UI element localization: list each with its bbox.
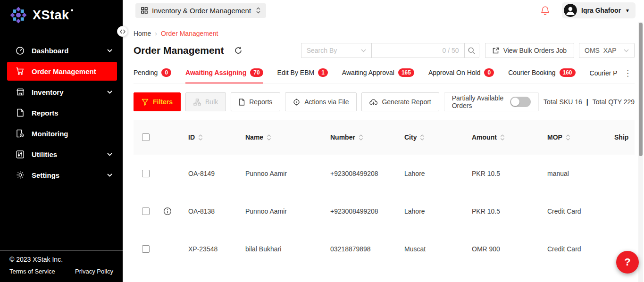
cart-icon	[16, 67, 25, 75]
tab-badge: 165	[398, 68, 414, 77]
table-row[interactable]: OA-8138 Punnoo Aamir +923008499208 Lahor…	[134, 192, 635, 230]
sidebar-footer: © 2023 XStak Inc. Terms of Service Priva…	[0, 250, 123, 282]
cell-mop: manual	[540, 170, 607, 177]
cell-name: bilal Bukhari	[238, 245, 323, 253]
page-title: Order Management	[134, 45, 224, 56]
sort-icon	[566, 134, 570, 141]
total-qty: Total QTY 229	[593, 98, 635, 106]
sidebar-nav: Dashboard Order Management Inventory	[0, 40, 123, 185]
tab-awaiting-approval[interactable]: Awaiting Approval 165	[342, 66, 414, 83]
bulk-button[interactable]: Bulk	[185, 92, 226, 111]
partially-available-label: Partially Available Orders	[452, 94, 504, 109]
actions-toolbar: Filters Bulk Reports Actions via File	[134, 92, 635, 111]
tab-pending[interactable]: Pending 0	[134, 66, 171, 83]
terms-of-service-link[interactable]: Terms of Service	[9, 268, 55, 275]
tab-awaiting-assigning[interactable]: Awaiting Assigning 70	[185, 66, 263, 83]
sidebar-item-dashboard[interactable]: Dashboard	[0, 40, 123, 61]
sidebar-collapse-button[interactable]	[117, 26, 128, 37]
generate-report-button[interactable]: Generate Report	[361, 92, 439, 111]
privacy-policy-link[interactable]: Privacy Policy	[75, 268, 113, 275]
notifications-bell-icon[interactable]	[541, 6, 550, 16]
filters-button[interactable]: Filters	[134, 92, 181, 111]
partially-available-orders-control: Partially Available Orders	[444, 92, 539, 111]
sort-icon	[198, 134, 203, 141]
search-input[interactable]	[377, 46, 443, 55]
cell-amount: PKR 10.5	[464, 170, 540, 177]
totals-summary: Total SKU 16 | Total QTY 229	[544, 98, 635, 106]
column-header-number[interactable]: Number	[323, 133, 397, 141]
bulk-sitemap-icon	[193, 99, 201, 106]
breadcrumb-home[interactable]: Home	[134, 30, 151, 37]
sidebar-item-reports[interactable]: Reports	[0, 102, 123, 123]
dashboard-icon	[16, 46, 25, 55]
search-group: Search By 0 / 50	[301, 43, 635, 58]
chevron-down-icon	[624, 49, 629, 52]
row-checkbox[interactable]	[142, 245, 150, 253]
breadcrumb: Home › Order Management	[134, 30, 635, 37]
search-char-counter: 0 / 50	[443, 47, 459, 54]
monitoring-icon	[16, 129, 25, 138]
tab-badge: 70	[250, 68, 263, 77]
app-switcher-select[interactable]: Inventory & Order Management	[135, 3, 266, 18]
table-row[interactable]: OA-8149 Punnoo Aamir +923008499208 Lahor…	[134, 155, 635, 192]
cell-mop: Credit Card	[540, 245, 607, 253]
cell-number: +923008499208	[323, 170, 397, 177]
column-header-ship[interactable]: Ship	[607, 133, 635, 141]
info-icon[interactable]	[163, 207, 172, 216]
column-header-mop[interactable]: MOP	[540, 133, 607, 141]
table-header-row: ID Name Number City Amount	[134, 120, 635, 155]
oms-select[interactable]: OMS_XAP	[579, 43, 635, 58]
actions-via-file-button[interactable]: Actions via File	[285, 92, 357, 111]
column-header-id[interactable]: ID	[181, 133, 238, 141]
cell-amount: OMR 900	[464, 245, 540, 253]
select-all-checkbox[interactable]	[142, 133, 150, 141]
column-header-city[interactable]: City	[397, 133, 464, 141]
tab-courier-processing[interactable]: Courier Processin	[590, 66, 617, 83]
column-header-amount[interactable]: Amount	[464, 133, 540, 141]
cell-id: OA-8149	[181, 170, 238, 177]
cell-name: Punnoo Aamir	[238, 170, 323, 177]
help-button[interactable]: ?	[616, 251, 639, 274]
logo-text: XStak	[33, 8, 69, 23]
search-button[interactable]	[464, 43, 479, 58]
row-checkbox[interactable]	[142, 170, 150, 177]
reports-icon	[16, 108, 25, 117]
store-icon	[16, 88, 25, 96]
table-row[interactable]: XP-23548 bilal Bukhari 03218879898 Musca…	[134, 230, 635, 268]
oms-select-value: OMS_XAP	[585, 47, 617, 54]
column-header-name[interactable]: Name	[238, 133, 323, 141]
sidebar-item-order-management[interactable]: Order Management	[7, 62, 117, 81]
user-menu[interactable]: Iqra Ghafoor ▼	[562, 2, 636, 18]
row-checkbox[interactable]	[142, 207, 150, 215]
target-icon	[293, 99, 300, 106]
up-down-arrows-icon	[256, 7, 260, 14]
sort-icon	[359, 134, 363, 141]
sidebar-item-inventory[interactable]: Inventory	[0, 82, 123, 102]
tab-courier-booking[interactable]: Courier Booking 160	[508, 66, 575, 83]
vertical-scrollbar[interactable]	[638, 22, 643, 282]
partially-available-toggle[interactable]	[510, 97, 531, 107]
sidebar-item-utilities[interactable]: Utilities	[0, 144, 123, 165]
xstak-logo: XStak	[0, 0, 123, 24]
tab-edit-by-ebm[interactable]: Edit By EBM 1	[277, 66, 328, 83]
cell-id: OA-8138	[181, 207, 238, 215]
search-input-wrap: 0 / 50	[371, 43, 465, 58]
search-by-placeholder: Search By	[307, 47, 337, 54]
tab-approval-on-hold[interactable]: Approval On Hold 0	[428, 66, 494, 83]
reports-button[interactable]: Reports	[231, 92, 280, 111]
cloud-download-icon	[369, 99, 377, 106]
breadcrumb-current[interactable]: Order Management	[161, 30, 218, 37]
sidebar-item-monitoring[interactable]: Monitoring	[0, 123, 123, 144]
view-bulk-orders-job-button[interactable]: View Bulk Orders Job	[485, 43, 574, 58]
sort-icon	[500, 134, 505, 141]
sidebar-item-settings[interactable]: Settings	[0, 165, 123, 185]
chevron-down-icon	[107, 49, 112, 52]
cell-city: Lahore	[397, 170, 464, 177]
more-tabs-icon[interactable]: ⋮	[621, 68, 635, 83]
sidebar: XStak Dashboard Order Management	[0, 0, 123, 282]
scrollbar-thumb[interactable]	[639, 23, 643, 156]
cell-amount: PKR 10.5	[464, 207, 540, 215]
main-content: Home › Order Management Order Management…	[123, 21, 644, 282]
search-by-select[interactable]: Search By	[301, 43, 372, 58]
refresh-button[interactable]	[234, 46, 243, 55]
